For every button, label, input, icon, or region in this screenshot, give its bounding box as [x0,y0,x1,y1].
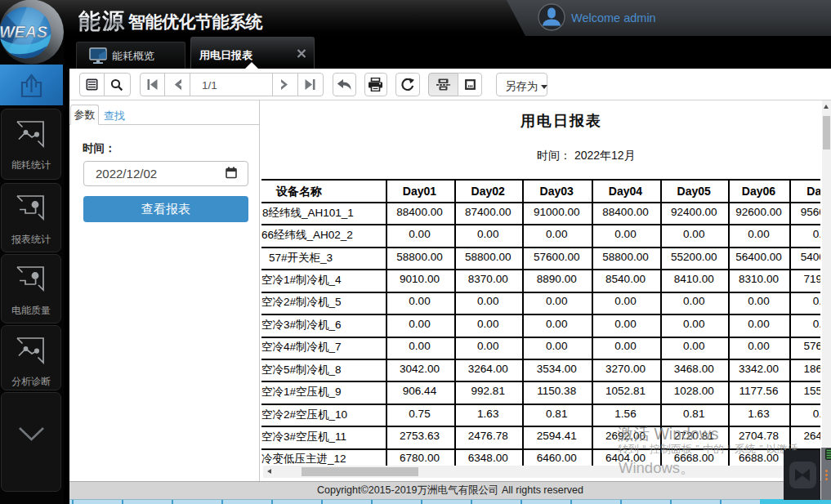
svg-text:WEAS: WEAS [0,23,48,41]
